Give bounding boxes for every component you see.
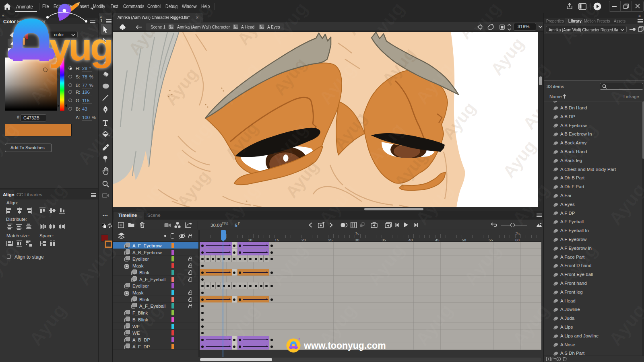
svg-text:www.toonyug.com: www.toonyug.com	[303, 340, 386, 351]
svg-text:yug: yug	[49, 25, 112, 68]
